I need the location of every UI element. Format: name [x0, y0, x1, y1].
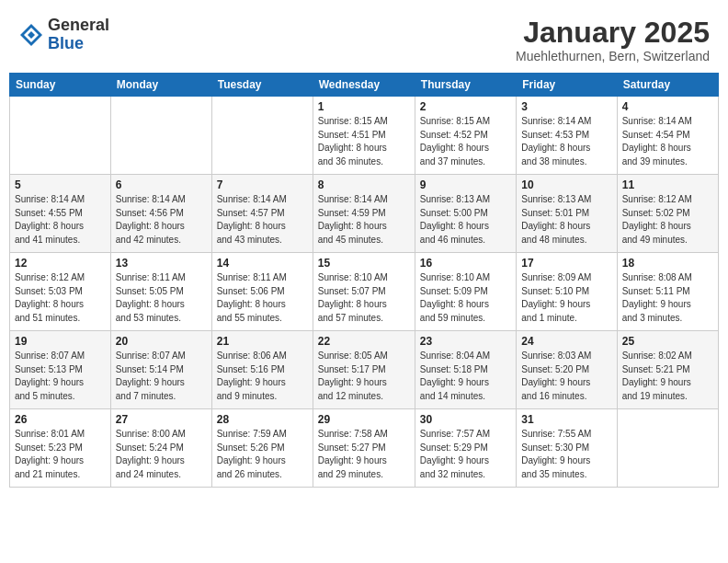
weekday-header-wednesday: Wednesday: [313, 74, 415, 97]
day-number: 3: [521, 100, 611, 113]
day-info: Sunrise: 8:10 AMSunset: 5:09 PMDaylight:…: [420, 271, 511, 325]
day-info: Sunrise: 7:55 AMSunset: 5:30 PMDaylight:…: [521, 428, 611, 481]
calendar-cell: 10Sunrise: 8:13 AMSunset: 5:01 PMDayligh…: [517, 175, 617, 253]
logo-blue: Blue: [48, 35, 109, 53]
day-number: 16: [420, 257, 511, 270]
calendar-cell: 15Sunrise: 8:10 AMSunset: 5:07 PMDayligh…: [313, 253, 415, 331]
logo-icon: [18, 22, 44, 48]
calendar-cell: 26Sunrise: 8:01 AMSunset: 5:23 PMDayligh…: [10, 409, 111, 488]
calendar-cell: 3Sunrise: 8:14 AMSunset: 4:53 PMDaylight…: [517, 97, 617, 175]
calendar-cell: 9Sunrise: 8:13 AMSunset: 5:00 PMDaylight…: [415, 175, 516, 253]
day-number: 24: [521, 335, 611, 348]
calendar-cell: 12Sunrise: 8:12 AMSunset: 5:03 PMDayligh…: [10, 253, 111, 331]
day-number: 10: [521, 178, 611, 191]
day-info: Sunrise: 7:58 AMSunset: 5:27 PMDaylight:…: [318, 428, 410, 481]
day-number: 25: [622, 335, 713, 348]
calendar-cell: 14Sunrise: 8:11 AMSunset: 5:06 PMDayligh…: [211, 253, 313, 331]
day-number: 17: [521, 257, 611, 270]
day-info: Sunrise: 8:07 AMSunset: 5:13 PMDaylight:…: [15, 350, 106, 403]
day-info: Sunrise: 8:14 AMSunset: 4:55 PMDaylight:…: [15, 193, 106, 247]
day-number: 20: [116, 335, 207, 348]
location: Muehlethurnen, Bern, Switzerland: [516, 49, 710, 63]
calendar-cell: 1Sunrise: 8:15 AMSunset: 4:51 PMDaylight…: [313, 97, 415, 175]
day-number: 23: [420, 335, 511, 348]
day-info: Sunrise: 8:08 AMSunset: 5:11 PMDaylight:…: [622, 271, 713, 325]
day-number: 27: [116, 413, 207, 426]
weekday-header-tuesday: Tuesday: [211, 74, 313, 97]
day-number: 31: [521, 413, 611, 426]
weekday-header-row: SundayMondayTuesdayWednesdayThursdayFrid…: [10, 74, 719, 97]
day-info: Sunrise: 8:12 AMSunset: 5:03 PMDaylight:…: [15, 271, 106, 325]
calendar-cell: 27Sunrise: 8:00 AMSunset: 5:24 PMDayligh…: [110, 409, 211, 488]
calendar-cell: 21Sunrise: 8:06 AMSunset: 5:16 PMDayligh…: [211, 331, 313, 409]
calendar-cell: 6Sunrise: 8:14 AMSunset: 4:56 PMDaylight…: [110, 175, 211, 253]
month-title: January 2025: [516, 17, 710, 49]
day-info: Sunrise: 8:13 AMSunset: 5:01 PMDaylight:…: [521, 193, 611, 247]
calendar-cell: 2Sunrise: 8:15 AMSunset: 4:52 PMDaylight…: [415, 97, 516, 175]
day-info: Sunrise: 8:13 AMSunset: 5:00 PMDaylight:…: [420, 193, 511, 247]
day-number: 30: [420, 413, 511, 426]
day-number: 12: [15, 257, 106, 270]
day-info: Sunrise: 7:59 AMSunset: 5:26 PMDaylight:…: [217, 428, 308, 481]
day-number: 22: [318, 335, 410, 348]
day-number: 29: [318, 413, 410, 426]
day-info: Sunrise: 8:14 AMSunset: 4:53 PMDaylight:…: [521, 115, 611, 168]
day-number: 28: [217, 413, 308, 426]
calendar-cell: 29Sunrise: 7:58 AMSunset: 5:27 PMDayligh…: [313, 409, 415, 488]
day-info: Sunrise: 7:57 AMSunset: 5:29 PMDaylight:…: [420, 428, 511, 481]
day-number: 5: [15, 178, 106, 191]
weekday-header-friday: Friday: [517, 74, 617, 97]
day-number: 8: [318, 178, 410, 191]
day-number: 18: [622, 257, 713, 270]
day-number: 21: [217, 335, 308, 348]
day-number: 6: [116, 178, 207, 191]
day-info: Sunrise: 8:10 AMSunset: 5:07 PMDaylight:…: [318, 271, 410, 325]
day-info: Sunrise: 8:04 AMSunset: 5:18 PMDaylight:…: [420, 350, 511, 403]
day-number: 19: [15, 335, 106, 348]
day-info: Sunrise: 8:09 AMSunset: 5:10 PMDaylight:…: [521, 271, 611, 325]
week-row-2: 5Sunrise: 8:14 AMSunset: 4:55 PMDaylight…: [10, 175, 719, 253]
calendar-cell: 16Sunrise: 8:10 AMSunset: 5:09 PMDayligh…: [415, 253, 516, 331]
logo-text: General Blue: [48, 17, 109, 53]
calendar-cell: 31Sunrise: 7:55 AMSunset: 5:30 PMDayligh…: [517, 409, 617, 488]
weekday-header-monday: Monday: [110, 74, 211, 97]
calendar-cell: 24Sunrise: 8:03 AMSunset: 5:20 PMDayligh…: [517, 331, 617, 409]
day-number: 7: [217, 178, 308, 191]
calendar-cell: 4Sunrise: 8:14 AMSunset: 4:54 PMDaylight…: [617, 97, 718, 175]
weekday-header-sunday: Sunday: [10, 74, 111, 97]
title-section: January 2025 Muehlethurnen, Bern, Switze…: [516, 17, 710, 63]
calendar-cell: 23Sunrise: 8:04 AMSunset: 5:18 PMDayligh…: [415, 331, 516, 409]
day-number: 13: [116, 257, 207, 270]
day-number: 14: [217, 257, 308, 270]
day-info: Sunrise: 8:05 AMSunset: 5:17 PMDaylight:…: [318, 350, 410, 403]
day-info: Sunrise: 8:11 AMSunset: 5:06 PMDaylight:…: [217, 271, 308, 325]
day-number: 1: [318, 100, 410, 113]
calendar-cell: 18Sunrise: 8:08 AMSunset: 5:11 PMDayligh…: [617, 253, 718, 331]
calendar-cell: 17Sunrise: 8:09 AMSunset: 5:10 PMDayligh…: [517, 253, 617, 331]
week-row-4: 19Sunrise: 8:07 AMSunset: 5:13 PMDayligh…: [10, 331, 719, 409]
logo-general: General: [48, 17, 109, 35]
day-number: 15: [318, 257, 410, 270]
calendar-cell: 19Sunrise: 8:07 AMSunset: 5:13 PMDayligh…: [10, 331, 111, 409]
day-info: Sunrise: 8:02 AMSunset: 5:21 PMDaylight:…: [622, 350, 713, 403]
calendar-cell: 7Sunrise: 8:14 AMSunset: 4:57 PMDaylight…: [211, 175, 313, 253]
day-info: Sunrise: 8:00 AMSunset: 5:24 PMDaylight:…: [116, 428, 207, 481]
week-row-5: 26Sunrise: 8:01 AMSunset: 5:23 PMDayligh…: [10, 409, 719, 488]
calendar-table: SundayMondayTuesdayWednesdayThursdayFrid…: [9, 73, 719, 488]
day-info: Sunrise: 8:14 AMSunset: 4:56 PMDaylight:…: [116, 193, 207, 247]
day-number: 9: [420, 178, 511, 191]
day-info: Sunrise: 8:14 AMSunset: 4:54 PMDaylight:…: [622, 115, 713, 168]
calendar-cell: [617, 409, 718, 488]
day-info: Sunrise: 8:06 AMSunset: 5:16 PMDaylight:…: [217, 350, 308, 403]
calendar-cell: 20Sunrise: 8:07 AMSunset: 5:14 PMDayligh…: [110, 331, 211, 409]
calendar-cell: 30Sunrise: 7:57 AMSunset: 5:29 PMDayligh…: [415, 409, 516, 488]
logo: General Blue: [18, 17, 109, 53]
day-info: Sunrise: 8:12 AMSunset: 5:02 PMDaylight:…: [622, 193, 713, 247]
day-info: Sunrise: 8:14 AMSunset: 4:59 PMDaylight:…: [318, 193, 410, 247]
calendar-cell: 5Sunrise: 8:14 AMSunset: 4:55 PMDaylight…: [10, 175, 111, 253]
calendar-cell: 28Sunrise: 7:59 AMSunset: 5:26 PMDayligh…: [211, 409, 313, 488]
week-row-1: 1Sunrise: 8:15 AMSunset: 4:51 PMDaylight…: [10, 97, 719, 175]
weekday-header-saturday: Saturday: [617, 74, 718, 97]
calendar-cell: [110, 97, 211, 175]
day-info: Sunrise: 8:14 AMSunset: 4:57 PMDaylight:…: [217, 193, 308, 247]
